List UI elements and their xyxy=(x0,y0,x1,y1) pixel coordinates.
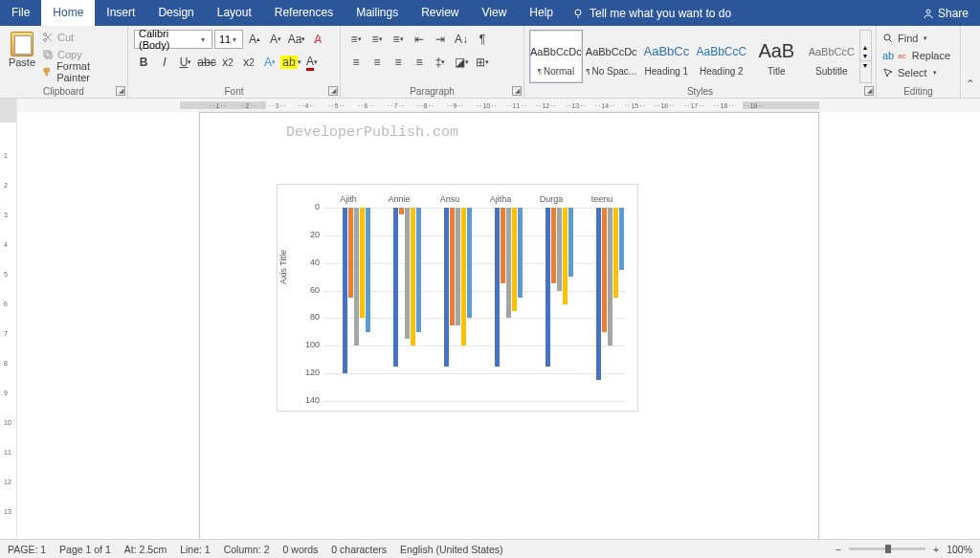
show-marks-button[interactable]: ¶ xyxy=(473,30,492,49)
shrink-font-button[interactable]: A▾ xyxy=(266,30,285,49)
copy-label: Copy xyxy=(57,49,82,60)
font-dialog-launcher[interactable]: ◢ xyxy=(328,86,338,96)
paragraph-dialog-launcher[interactable]: ◢ xyxy=(512,86,522,96)
superscript-button[interactable]: x2 xyxy=(239,53,258,72)
select-button[interactable]: Select▾ xyxy=(882,64,954,81)
watermark-text: DeveloperPublish.com xyxy=(286,124,458,141)
select-label: Select xyxy=(898,67,927,78)
grow-font-button[interactable]: A▴ xyxy=(245,30,264,49)
bar xyxy=(343,208,347,373)
bar xyxy=(467,208,472,318)
collapse-ribbon-button[interactable]: ˆ xyxy=(961,26,980,98)
group-clipboard: Paste Cut Copy Format Painter Clipboard … xyxy=(0,26,128,98)
tab-help[interactable]: Help xyxy=(518,0,565,26)
bar xyxy=(518,208,523,298)
text-effects-button[interactable]: A▾ xyxy=(260,53,279,72)
tab-home[interactable]: Home xyxy=(41,0,95,26)
status-chars[interactable]: 0 characters xyxy=(331,544,387,555)
italic-button[interactable]: I xyxy=(155,53,174,72)
category-label: Ajith xyxy=(323,194,373,204)
change-case-button[interactable]: Aa▾ xyxy=(287,30,306,49)
decrease-indent-button[interactable]: ⇤ xyxy=(410,30,429,49)
chevron-down-icon: ▾ xyxy=(199,35,208,44)
status-lang[interactable]: English (United States) xyxy=(400,544,502,555)
style-normal[interactable]: AaBbCcDc¶Normal xyxy=(529,30,583,83)
bar xyxy=(456,208,460,325)
bar xyxy=(546,208,550,367)
search-icon xyxy=(882,33,894,44)
subscript-button[interactable]: x2 xyxy=(218,53,237,72)
replace-button[interactable]: abacReplace xyxy=(882,47,954,64)
sort-button[interactable]: A↓ xyxy=(452,30,471,49)
line-spacing-button[interactable]: ‡▾ xyxy=(431,53,450,72)
y-tick-label: 100 xyxy=(301,340,320,349)
align-left-button[interactable]: ≡ xyxy=(346,53,366,72)
zoom-level[interactable]: 100% xyxy=(947,544,972,555)
increase-indent-button[interactable]: ⇥ xyxy=(431,30,450,49)
paste-button[interactable]: Paste xyxy=(4,28,40,83)
style-heading[interactable]: AaBbCcCHeading 2 xyxy=(695,30,747,83)
align-center-button[interactable]: ≡ xyxy=(368,53,387,72)
tab-view[interactable]: View xyxy=(471,0,519,26)
justify-button[interactable]: ≡ xyxy=(410,53,429,72)
numbering-button[interactable]: ≡▾ xyxy=(368,30,387,49)
format-painter-button[interactable]: Format Painter xyxy=(42,64,122,79)
style-nospac[interactable]: AaBbCcDc¶No Spac... xyxy=(585,30,638,83)
y-tick-label: 60 xyxy=(301,285,320,295)
bullets-button[interactable]: ≡▾ xyxy=(346,30,366,49)
font-name-select[interactable]: Calibri (Body)▾ xyxy=(134,30,212,49)
horizontal-ruler[interactable]: · · 1 · ·· · 2 · ·· · 3 · ·· · 4 · ·· · … xyxy=(17,99,980,112)
document-area[interactable]: · · 1 · ·· · 2 · ·· · 3 · ·· · 4 · ·· · … xyxy=(17,99,980,539)
font-color-button[interactable]: A▾ xyxy=(302,53,322,72)
page[interactable]: DeveloperPublish.com Axis Title AjithAnn… xyxy=(199,112,819,558)
svg-point-1 xyxy=(926,10,930,13)
status-column[interactable]: Column: 2 xyxy=(224,544,270,555)
status-at[interactable]: At: 2.5cm xyxy=(124,544,167,555)
font-size-value: 11 xyxy=(219,33,231,45)
status-words[interactable]: 0 words xyxy=(283,544,319,555)
zoom-in-button[interactable]: + xyxy=(933,544,939,555)
zoom-slider[interactable] xyxy=(849,547,925,550)
category-label: Durga xyxy=(526,194,576,204)
y-tick-label: 80 xyxy=(301,312,320,322)
styles-more-button[interactable]: ▴▾▾ xyxy=(859,30,872,83)
tab-file[interactable]: File xyxy=(0,0,41,26)
zoom-out-button[interactable]: − xyxy=(835,544,841,555)
status-page-caps[interactable]: PAGE: 1 xyxy=(8,544,46,555)
status-page[interactable]: Page 1 of 1 xyxy=(59,544,111,555)
highlight-button[interactable]: ab▾ xyxy=(281,53,301,72)
brush-icon xyxy=(42,66,53,78)
cut-button[interactable]: Cut xyxy=(42,30,122,45)
group-editing: Find▾ abacReplace Select▾ Editing xyxy=(877,26,961,98)
find-button[interactable]: Find▾ xyxy=(882,30,954,47)
tab-review[interactable]: Review xyxy=(410,0,470,26)
style-subtitle[interactable]: AaBbCcCSubtitle xyxy=(805,30,858,83)
category-label: Annie xyxy=(374,194,424,204)
clear-format-button[interactable]: A̷ xyxy=(308,30,327,49)
styles-dialog-launcher[interactable]: ◢ xyxy=(864,86,874,96)
shading-button[interactable]: ◪▾ xyxy=(452,53,471,72)
tab-references[interactable]: References xyxy=(263,0,345,26)
status-line[interactable]: Line: 1 xyxy=(180,544,211,555)
clipboard-dialog-launcher[interactable]: ◢ xyxy=(116,86,125,96)
vertical-ruler[interactable]: 1234567891011121314 xyxy=(0,99,17,539)
style-title[interactable]: AaBTitle xyxy=(750,30,803,83)
share-button[interactable]: Share xyxy=(923,7,969,20)
find-label: Find xyxy=(898,33,918,44)
borders-button[interactable]: ⊞▾ xyxy=(473,53,492,72)
multilevel-button[interactable]: ≡▾ xyxy=(389,30,408,49)
font-size-select[interactable]: 11▾ xyxy=(214,30,243,49)
tell-me-search[interactable]: Tell me what you want to do xyxy=(572,7,731,20)
editing-group-label: Editing xyxy=(877,86,960,97)
underline-button[interactable]: U▾ xyxy=(176,53,195,72)
tab-mailings[interactable]: Mailings xyxy=(345,0,410,26)
tab-layout[interactable]: Layout xyxy=(206,0,263,26)
bar xyxy=(444,208,449,367)
style-heading[interactable]: AaBbCcHeading 1 xyxy=(640,30,693,83)
tab-insert[interactable]: Insert xyxy=(95,0,146,26)
embedded-chart[interactable]: Axis Title AjithAnnieAnsuAjithaDurgateen… xyxy=(277,184,638,412)
align-right-button[interactable]: ≡ xyxy=(389,53,408,72)
tab-design[interactable]: Design xyxy=(146,0,205,26)
strikethrough-button[interactable]: abc xyxy=(197,53,216,72)
bold-button[interactable]: B xyxy=(134,53,153,72)
